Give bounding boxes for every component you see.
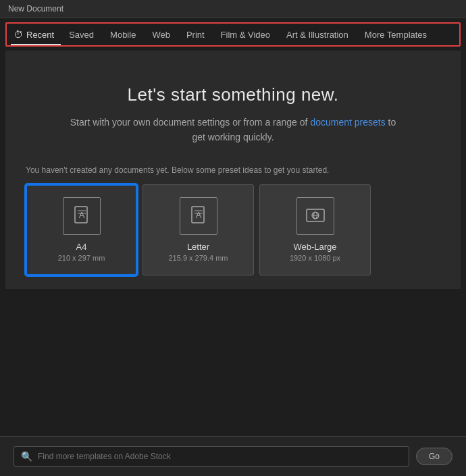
- hero-title: Let's start something new.: [46, 84, 420, 105]
- tab-recent-label: Recent: [26, 30, 54, 40]
- document-presets-link[interactable]: document presets: [310, 117, 385, 128]
- preset-section: You haven't created any documents yet. B…: [19, 165, 447, 275]
- main-content: Let's start something new. Start with yo…: [5, 51, 461, 289]
- web-large-icon: [296, 197, 334, 235]
- a4-icon: A: [63, 197, 101, 235]
- search-icon: 🔍: [21, 451, 32, 462]
- tab-mobile[interactable]: Mobile: [102, 26, 144, 44]
- clock-icon: ⏱: [14, 29, 23, 40]
- tab-print[interactable]: Print: [178, 26, 213, 44]
- letter-icon: A: [180, 197, 217, 235]
- letter-svg: A: [188, 205, 209, 227]
- svg-text:A: A: [195, 210, 201, 220]
- letter-card-size: 215.9 x 279.4 mm: [168, 254, 228, 262]
- svg-text:A: A: [78, 210, 84, 220]
- search-container: 🔍: [14, 446, 409, 467]
- web-large-card-size: 1920 x 1080 px: [290, 254, 340, 262]
- web-large-card-info: Web-Large 1920 x 1080 px: [290, 242, 340, 262]
- preset-card-letter[interactable]: A Letter 215.9 x 279.4 mm: [143, 184, 254, 275]
- hero-section: Let's start something new. Start with yo…: [19, 71, 447, 165]
- preset-card-a4[interactable]: A A4 210 x 297 mm: [26, 184, 137, 275]
- tab-art-illustration[interactable]: Art & Illustration: [278, 26, 357, 44]
- a4-card-size: 210 x 297 mm: [58, 254, 105, 262]
- app-title: New Document: [8, 4, 63, 14]
- go-button[interactable]: Go: [416, 448, 452, 465]
- web-large-svg: [305, 205, 326, 227]
- letter-card-info: Letter 215.9 x 279.4 mm: [168, 242, 228, 262]
- hero-subtitle-prefix: Start with your own document settings or…: [70, 117, 311, 128]
- search-input[interactable]: [38, 452, 402, 461]
- preset-card-web-large[interactable]: Web-Large 1920 x 1080 px: [259, 184, 371, 275]
- a4-card-name: A4: [58, 242, 105, 252]
- tab-web[interactable]: Web: [144, 26, 178, 44]
- preset-hint: You haven't created any documents yet. B…: [26, 165, 440, 175]
- preset-cards-container: A A4 210 x 297 mm A: [26, 184, 440, 275]
- a4-card-info: A4 210 x 297 mm: [58, 242, 105, 262]
- a4-svg: A: [71, 205, 93, 227]
- footer-area: 🔍 Go: [0, 436, 466, 476]
- tab-bar: ⏱ Recent Saved Mobile Web Print Film & V…: [5, 22, 461, 47]
- hero-subtitle: Start with your own document settings or…: [46, 115, 420, 145]
- letter-card-name: Letter: [168, 242, 228, 252]
- tab-film-video[interactable]: Film & Video: [213, 26, 278, 44]
- tab-recent[interactable]: ⏱ Recent: [11, 25, 61, 45]
- title-bar: New Document: [0, 0, 466, 18]
- tab-saved[interactable]: Saved: [61, 26, 102, 44]
- tab-more-templates[interactable]: More Templates: [357, 26, 435, 44]
- web-large-card-name: Web-Large: [290, 242, 340, 252]
